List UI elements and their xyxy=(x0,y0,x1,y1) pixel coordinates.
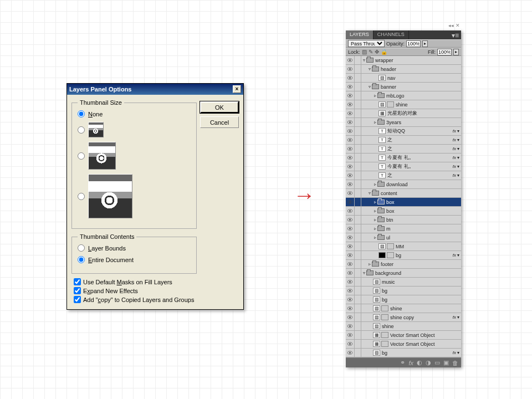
opacity-field[interactable] xyxy=(406,40,421,47)
visibility-icon[interactable] xyxy=(346,91,355,100)
fx-expand-icon[interactable]: ▾ xyxy=(457,164,459,169)
expand-toggle-icon[interactable]: ▹ xyxy=(372,208,377,213)
thumb-medium-radio[interactable] xyxy=(78,152,85,160)
default-masks-check[interactable] xyxy=(74,278,81,285)
layer-row[interactable]: ▹download xyxy=(346,180,461,189)
visibility-icon[interactable] xyxy=(346,83,355,91)
tab-channels[interactable]: CHANNELS xyxy=(374,30,409,39)
layer-bounds-radio[interactable] xyxy=(78,244,85,252)
expand-toggle-icon[interactable]: ▿ xyxy=(367,191,372,196)
visibility-icon[interactable] xyxy=(346,287,355,295)
layer-row[interactable]: ▦Vector Smart Object xyxy=(346,331,461,340)
expand-toggle-icon[interactable]: ▹ xyxy=(372,120,377,125)
visibility-icon[interactable] xyxy=(346,340,355,349)
expand-toggle-icon[interactable]: ▿ xyxy=(367,66,372,71)
visibility-icon[interactable] xyxy=(346,145,355,154)
visibility-icon[interactable] xyxy=(346,189,355,198)
layer-row[interactable]: ▹mbLogo xyxy=(346,91,461,100)
visibility-icon[interactable] xyxy=(346,278,355,287)
visibility-icon[interactable] xyxy=(346,216,355,224)
new-layer-icon[interactable]: ▣ xyxy=(443,359,449,366)
expand-effects-check[interactable] xyxy=(74,287,81,294)
visibility-icon[interactable] xyxy=(346,269,355,278)
visibility-icon[interactable] xyxy=(346,251,355,260)
visibility-icon[interactable] xyxy=(346,260,355,269)
layer-row[interactable]: ▹m xyxy=(346,224,461,233)
fx-expand-icon[interactable]: ▾ xyxy=(457,173,459,178)
expand-toggle-icon[interactable]: ▿ xyxy=(361,270,366,275)
expand-toggle-icon[interactable]: ▿ xyxy=(367,84,372,89)
fx-expand-icon[interactable]: ▾ xyxy=(457,146,459,151)
entire-document-radio[interactable] xyxy=(78,256,85,263)
visibility-icon[interactable] xyxy=(346,295,355,304)
lock-all-icon[interactable]: 🔒 xyxy=(381,49,387,55)
lock-trans-icon[interactable]: ▨ xyxy=(362,49,367,55)
layer-row[interactable]: ▿content xyxy=(346,189,461,198)
layer-row[interactable]: ▦Vector Smart Object xyxy=(346,340,461,349)
panel-menu-icon[interactable]: ▾≡ xyxy=(452,32,459,39)
fill-field[interactable] xyxy=(437,49,452,55)
expand-toggle-icon[interactable]: ▹ xyxy=(372,93,377,98)
visibility-icon[interactable] xyxy=(346,56,355,65)
layer-row[interactable]: bgfx▾ xyxy=(346,251,461,260)
cancel-button[interactable]: Cancel xyxy=(200,116,239,128)
expand-toggle-icon[interactable]: ▹ xyxy=(372,217,377,222)
layer-row[interactable]: ▨shine xyxy=(346,322,461,331)
blend-mode-select[interactable]: Pass Through xyxy=(348,40,385,47)
layer-row[interactable]: ▨bg xyxy=(346,287,461,295)
thumb-none-radio[interactable] xyxy=(78,110,85,117)
visibility-icon[interactable] xyxy=(346,233,355,242)
visibility-icon[interactable] xyxy=(346,100,355,109)
visibility-icon[interactable] xyxy=(346,162,355,171)
dialog-titlebar[interactable]: Layers Panel Options × xyxy=(67,84,243,95)
layer-row[interactable]: T之fx▾ xyxy=(346,171,461,180)
layer-row[interactable]: T之fx▾ xyxy=(346,136,461,145)
layer-row[interactable]: ▨MM xyxy=(346,242,461,251)
layer-row[interactable]: ▿banner xyxy=(346,83,461,91)
visibility-icon[interactable] xyxy=(346,198,355,207)
lock-move-icon[interactable]: ✥ xyxy=(375,49,379,55)
opacity-arrow-icon[interactable]: ▸ xyxy=(422,40,428,47)
fx-expand-icon[interactable]: ▾ xyxy=(457,350,459,355)
layer-row[interactable]: ▹box xyxy=(346,207,461,216)
layer-row[interactable]: T今夏有 礼。fx▾ xyxy=(346,154,461,162)
visibility-icon[interactable] xyxy=(346,180,355,189)
layer-row[interactable]: ▿background xyxy=(346,269,461,278)
expand-toggle-icon[interactable]: ▹ xyxy=(372,182,377,187)
thumb-small-radio[interactable] xyxy=(78,126,85,134)
link-layers-icon[interactable]: ⚭ xyxy=(400,359,405,366)
tab-layers[interactable]: LAYERS xyxy=(346,30,374,39)
layer-row[interactable]: ▦光星彩的对象 xyxy=(346,109,461,118)
expand-toggle-icon[interactable]: ▹ xyxy=(372,226,377,231)
layer-row[interactable]: ▨bgfx▾ xyxy=(346,349,461,357)
visibility-icon[interactable] xyxy=(346,349,355,357)
fill-arrow-icon[interactable]: ▸ xyxy=(453,49,459,55)
panel-collapse-icon[interactable]: ◂◂ ✕ xyxy=(448,23,460,28)
layer-row[interactable]: ▹3years xyxy=(346,118,461,127)
layer-row[interactable]: ▹footer xyxy=(346,260,461,269)
layer-row[interactable]: ▿header xyxy=(346,65,461,74)
trash-icon[interactable]: 🗑 xyxy=(452,360,458,366)
visibility-icon[interactable] xyxy=(346,154,355,162)
visibility-icon[interactable] xyxy=(346,331,355,340)
visibility-icon[interactable] xyxy=(346,322,355,331)
visibility-icon[interactable] xyxy=(346,207,355,216)
visibility-icon[interactable] xyxy=(346,313,355,322)
visibility-icon[interactable] xyxy=(346,74,355,83)
visibility-icon[interactable] xyxy=(346,109,355,118)
visibility-icon[interactable] xyxy=(346,65,355,74)
visibility-icon[interactable] xyxy=(346,304,355,313)
layer-row[interactable]: ▨music xyxy=(346,278,461,287)
ok-button[interactable]: OK xyxy=(200,101,239,113)
visibility-icon[interactable] xyxy=(346,127,355,136)
visibility-icon[interactable] xyxy=(346,224,355,233)
layer-row[interactable]: ▨bg xyxy=(346,295,461,304)
layer-row[interactable]: ▨shine xyxy=(346,100,461,109)
visibility-icon[interactable] xyxy=(346,242,355,251)
expand-toggle-icon[interactable]: ▹ xyxy=(372,235,377,240)
layer-row[interactable]: ▹btn xyxy=(346,216,461,224)
expand-toggle-icon[interactable]: ▿ xyxy=(361,58,366,63)
expand-toggle-icon[interactable]: ▹ xyxy=(372,200,377,204)
fx-expand-icon[interactable]: ▾ xyxy=(457,315,459,320)
add-copy-check[interactable] xyxy=(74,296,81,303)
